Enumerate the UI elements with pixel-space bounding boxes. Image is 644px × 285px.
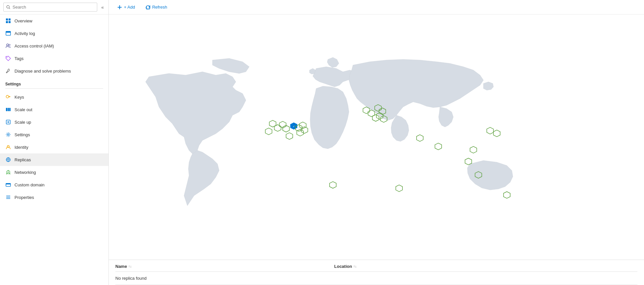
table-header: Name ↑↓ Location ↑↓ — [115, 260, 637, 272]
search-input[interactable] — [13, 5, 94, 10]
toolbar: + Add Refresh — [109, 0, 644, 15]
svg-point-11 — [6, 95, 9, 98]
sidebar-item-custom-domain[interactable]: Custom domain — [0, 178, 108, 191]
settings-section-label: Settings — [0, 77, 108, 88]
svg-rect-4 — [6, 21, 8, 23]
sidebar-item-label: Settings — [15, 132, 30, 137]
add-button[interactable]: + Add — [115, 3, 137, 11]
tag-icon — [5, 55, 11, 61]
column-location-label: Location — [334, 264, 352, 269]
sidebar-item-networking[interactable]: Networking — [0, 166, 108, 178]
sidebar-header: « — [0, 0, 108, 15]
svg-marker-52 — [487, 127, 493, 134]
svg-point-22 — [10, 174, 11, 174]
sidebar-item-activity-log[interactable]: Activity log — [0, 27, 108, 40]
collapse-button[interactable]: « — [100, 3, 105, 11]
svg-marker-56 — [330, 181, 336, 188]
section-divider — [5, 88, 103, 89]
activity-icon — [5, 30, 11, 36]
sort-icon-location[interactable]: ↑↓ — [353, 265, 357, 268]
sidebar-item-properties[interactable]: Properties — [0, 191, 108, 204]
sort-icon-name[interactable]: ↑↓ — [128, 265, 132, 268]
svg-marker-58 — [504, 192, 510, 198]
empty-message: No replica found — [115, 272, 637, 285]
sidebar: « Overview Activity log — [0, 0, 109, 285]
sidebar-item-label: Keys — [15, 95, 24, 100]
svg-rect-24 — [6, 183, 11, 184]
refresh-icon — [146, 5, 150, 10]
svg-text:✓: ✓ — [293, 125, 295, 128]
column-name[interactable]: Name ↑↓ — [115, 264, 333, 269]
networking-icon — [5, 169, 11, 175]
svg-rect-2 — [6, 18, 8, 20]
sidebar-item-scale-out[interactable]: Scale out — [0, 103, 108, 116]
sidebar-item-label: Scale up — [15, 120, 31, 125]
properties-icon — [5, 194, 11, 200]
sidebar-item-label: Identity — [15, 145, 28, 150]
search-box[interactable] — [3, 3, 97, 12]
add-icon — [117, 5, 122, 10]
sidebar-item-scale-up[interactable]: Scale up — [0, 116, 108, 128]
scale-up-icon — [5, 119, 11, 125]
replicas-icon — [5, 157, 11, 163]
svg-rect-13 — [8, 108, 9, 111]
sidebar-item-access-control[interactable]: Access control (IAM) — [0, 40, 108, 52]
table-area: Name ↑↓ Location ↑↓ No replica found — [109, 260, 644, 285]
svg-marker-32 — [265, 128, 272, 135]
svg-point-20 — [8, 170, 9, 171]
sidebar-item-settings[interactable]: Settings — [0, 128, 108, 141]
svg-rect-5 — [9, 21, 11, 23]
svg-marker-31 — [274, 125, 281, 131]
sidebar-item-identity[interactable]: Identity — [0, 141, 108, 153]
sidebar-item-diagnose[interactable]: Diagnose and solve problems — [0, 65, 108, 77]
sidebar-item-label: Custom domain — [15, 182, 44, 187]
column-name-label: Name — [115, 264, 127, 269]
sidebar-item-label: Overview — [15, 18, 32, 23]
svg-marker-42 — [363, 107, 369, 113]
svg-rect-7 — [6, 31, 11, 33]
key-icon — [5, 94, 11, 100]
svg-line-1 — [9, 8, 10, 9]
svg-rect-14 — [9, 108, 11, 111]
svg-marker-53 — [493, 130, 500, 137]
main-content: + Add Refresh — [109, 0, 644, 285]
svg-point-10 — [7, 57, 7, 58]
gear-icon — [5, 132, 11, 138]
sidebar-item-replicas[interactable]: Replicas — [0, 153, 108, 166]
sidebar-item-overview[interactable]: Overview — [0, 15, 108, 27]
sidebar-item-label: Properties — [15, 195, 34, 200]
svg-marker-54 — [465, 158, 472, 165]
sidebar-item-keys[interactable]: Keys — [0, 91, 108, 103]
domain-icon — [5, 182, 11, 188]
sidebar-item-tags[interactable]: Tags — [0, 52, 108, 65]
sidebar-item-label: Activity log — [15, 31, 35, 36]
sidebar-item-label: Scale out — [15, 107, 32, 112]
svg-point-21 — [6, 174, 7, 174]
svg-point-9 — [9, 44, 10, 46]
grid-icon — [5, 18, 11, 24]
people-icon — [5, 43, 11, 49]
sidebar-item-label: Tags — [15, 56, 23, 61]
map-area: ✓ — [109, 15, 644, 260]
sidebar-item-label: Replicas — [15, 157, 31, 162]
svg-rect-3 — [9, 18, 11, 20]
svg-marker-49 — [417, 135, 423, 141]
svg-marker-48 — [372, 114, 379, 121]
identity-icon — [5, 144, 11, 150]
svg-rect-12 — [6, 108, 7, 111]
svg-point-16 — [8, 134, 9, 136]
svg-point-0 — [7, 5, 9, 8]
svg-marker-57 — [396, 185, 402, 192]
svg-marker-50 — [435, 143, 442, 150]
svg-marker-41 — [286, 133, 293, 139]
sidebar-item-label: Access control (IAM) — [15, 44, 54, 48]
sidebar-item-label: Networking — [15, 170, 36, 175]
svg-point-8 — [7, 44, 9, 46]
refresh-button[interactable]: Refresh — [144, 3, 169, 11]
wrench-icon — [5, 68, 11, 74]
sidebar-item-label: Diagnose and solve problems — [15, 69, 71, 74]
column-location[interactable]: Location ↑↓ — [334, 264, 637, 269]
scale-out-icon — [5, 107, 11, 112]
world-map: ✓ — [109, 15, 644, 260]
svg-marker-40 — [297, 129, 303, 136]
